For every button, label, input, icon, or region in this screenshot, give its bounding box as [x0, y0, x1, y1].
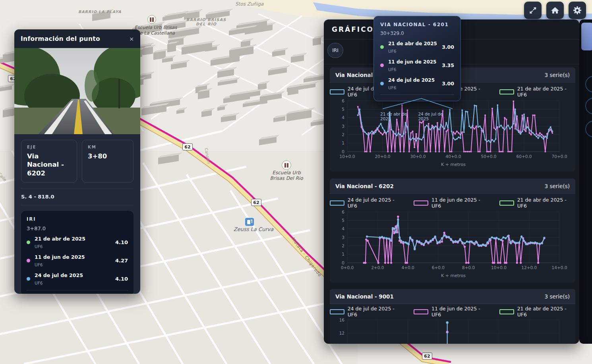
- iri-title: IRI: [27, 216, 128, 222]
- legend-item[interactable]: 11 de jun de 2025 - UF6: [414, 197, 489, 209]
- chart-card-9001: Via Nacional - 9001 3 serie(s) 24 de jul…: [330, 289, 575, 344]
- svg-text:2: 2: [342, 132, 344, 137]
- measurement-row: 21 de abr de 2025UF6 3.00: [380, 39, 454, 54]
- series-count: 3 serie(s): [545, 72, 570, 78]
- series-dot: [27, 259, 30, 262]
- legend-item[interactable]: 24 de jul de 2025 - UF6: [330, 306, 403, 318]
- series-count: 3 serie(s): [545, 183, 570, 189]
- close-icon[interactable]: ×: [129, 36, 134, 42]
- series-dot: [27, 277, 30, 281]
- svg-text:8: 8: [342, 344, 344, 344]
- eje-label: EJE: [27, 145, 71, 149]
- point-info-panel: Información del punto × EJE Via Nacional…: [14, 29, 140, 294]
- chart-plot-9001[interactable]: 81216: [335, 317, 570, 344]
- app: { "toolbar": { "buttons": ["fullscreen",…: [0, 0, 592, 364]
- chart-title: Via Nacional - 9001: [335, 293, 394, 300]
- chart-legend: 24 de jul de 2025 - UF6 11 de jun de 202…: [330, 307, 575, 316]
- legend-swatch: [414, 200, 428, 206]
- chart-tooltip: VIA NACIONAL - 6201 30+329.0 21 de abr d…: [373, 16, 461, 101]
- svg-text:K + metros: K + metros: [441, 273, 466, 278]
- iri-sparkline: [27, 292, 128, 294]
- km-value: 3+80: [88, 152, 128, 160]
- tooltip-title: VIA NACIONAL - 6201: [380, 22, 454, 27]
- svg-text:5: 5: [342, 218, 344, 223]
- svg-text:1: 1: [342, 141, 344, 145]
- svg-text:2: 2: [342, 243, 344, 248]
- legend-swatch: [499, 200, 514, 206]
- side-toolbar-button[interactable]: [585, 76, 592, 92]
- hidden-side-toolbar: [579, 19, 592, 344]
- svg-text:0+0.0: 0+0.0: [341, 265, 354, 270]
- legend-swatch: [330, 89, 344, 94]
- chart-legend: 24 de jul de 2025 - UF6 11 de jun de 202…: [330, 198, 575, 207]
- svg-text:10+0.0: 10+0.0: [340, 154, 355, 159]
- svg-text:8+0.0: 8+0.0: [462, 265, 475, 270]
- chart-card-6202: Via Nacional - 6202 3 serie(s) 24 de jul…: [330, 179, 575, 283]
- spark-start-label: 21 de abr de 2025: [380, 112, 418, 121]
- svg-text:12+0.0: 12+0.0: [521, 265, 537, 270]
- eje-value: Via Nacional - 6202: [27, 152, 71, 177]
- svg-text:12: 12: [339, 331, 344, 335]
- svg-text:30+0.0: 30+0.0: [410, 154, 426, 159]
- svg-text:20+0.0: 20+0.0: [375, 154, 391, 159]
- gear-icon: [572, 5, 582, 15]
- legend-item[interactable]: 24 de jul de 2025 - UF6: [330, 197, 403, 209]
- svg-text:0: 0: [342, 260, 344, 265]
- series-dot: [27, 241, 30, 244]
- svg-text:K + metros: K + metros: [441, 162, 466, 167]
- chart-plot-6202[interactable]: 0+0.02+0.04+0.06+0.08+0.010+0.012+0.014+…: [335, 209, 570, 281]
- series-dot: [380, 82, 384, 85]
- legend-item[interactable]: 21 de abr de 2025 - UF6: [499, 197, 575, 209]
- svg-text:10+0.0: 10+0.0: [491, 265, 507, 270]
- svg-text:50+0.0: 50+0.0: [481, 154, 497, 159]
- school-icon[interactable]: [282, 160, 291, 170]
- iri-card: IRI 3+87.0 21 de abr de 2025UF6 4.10 11 …: [21, 211, 133, 294]
- km-card: KM 3+80: [82, 140, 133, 183]
- svg-text:16: 16: [339, 318, 345, 322]
- route-shield: 62: [422, 352, 432, 360]
- charts-panel-title: GRÁFICOS: [332, 25, 380, 33]
- legend-swatch: [330, 200, 344, 206]
- tab-iri[interactable]: IRI: [327, 43, 343, 58]
- legend-swatch: [499, 89, 514, 94]
- svg-text:70+0.0: 70+0.0: [552, 154, 567, 159]
- measurement-row: 11 de jun de 2025UF6 4.27: [27, 253, 128, 268]
- fullscreen-button[interactable]: [524, 2, 542, 19]
- legend-item[interactable]: 21 de abr de 2025 - UF6: [499, 306, 575, 318]
- series-count: 3 serie(s): [545, 293, 570, 300]
- side-toolbar-button[interactable]: [585, 121, 592, 137]
- school-icon[interactable]: [147, 15, 156, 24]
- fullscreen-icon: [528, 5, 538, 15]
- route-shield: 62: [182, 143, 193, 150]
- legend-swatch: [499, 309, 514, 314]
- series-dot: [380, 45, 384, 49]
- home-button[interactable]: [546, 2, 564, 19]
- svg-text:6+0.0: 6+0.0: [432, 265, 445, 270]
- side-toolbar-button[interactable]: [585, 98, 592, 114]
- svg-text:40+0.0: 40+0.0: [446, 154, 461, 159]
- chart-title: Via Nacional - 6202: [335, 183, 394, 189]
- measurement-row: 24 de jul de 2025UF6 3.00: [380, 76, 454, 91]
- km-label: KM: [88, 145, 128, 149]
- svg-text:4+0.0: 4+0.0: [401, 265, 414, 270]
- svg-text:14+0.0: 14+0.0: [552, 265, 567, 270]
- svg-text:3: 3: [342, 124, 344, 129]
- svg-text:1: 1: [342, 252, 344, 256]
- side-toolbar-selected-tile[interactable]: [581, 23, 592, 50]
- settings-button[interactable]: [569, 2, 586, 19]
- spark-end-label: 24 de jul de 2025: [418, 112, 454, 121]
- section-value: S. 4 - 818.0: [14, 189, 140, 205]
- svg-text:6: 6: [342, 98, 344, 103]
- svg-text:60+0.0: 60+0.0: [517, 154, 532, 159]
- svg-text:3: 3: [342, 235, 344, 240]
- svg-text:2+0.0: 2+0.0: [371, 265, 384, 270]
- legend-item[interactable]: 11 de jun de 2025 - UF6: [414, 306, 489, 318]
- panel-title: Información del punto: [21, 35, 100, 42]
- measurement-row: 21 de abr de 2025UF6 4.10: [27, 235, 128, 250]
- eje-card: EJE Via Nacional - 6202: [21, 140, 77, 183]
- measurement-row: 11 de jun de 2025UF6 3.35: [380, 58, 454, 73]
- fuel-station-icon[interactable]: [245, 218, 254, 226]
- legend-item[interactable]: 21 de abr de 2025 - UF6: [499, 86, 575, 98]
- svg-text:0: 0: [342, 149, 344, 154]
- street-photo[interactable]: [14, 48, 140, 134]
